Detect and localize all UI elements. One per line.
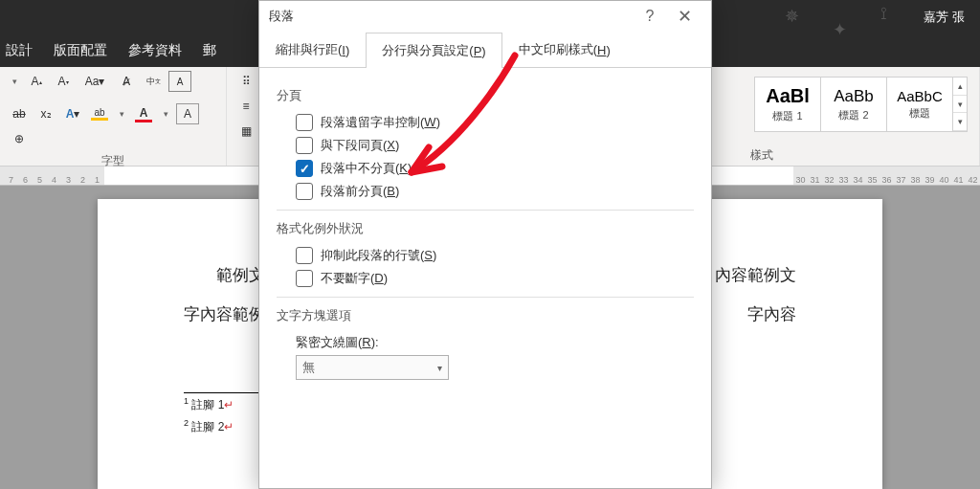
page-break-before-checkbox[interactable] [296,183,313,200]
body-text: 字內容範例 [184,296,265,335]
enclose-button[interactable]: A [168,71,191,92]
suppress-line-numbers-label: 抑制此段落的行號(S) [321,247,436,264]
text-effects-button[interactable]: A▾ [61,103,84,124]
dont-hyphenate-label: 不要斷字(D) [321,270,388,287]
tab-line-page-breaks[interactable]: 分行與分頁設定(P) [366,33,501,68]
highlight-dropdown[interactable]: ▾ [115,103,128,124]
body-text: 字內容 [747,296,796,335]
paragraph-dialog: 段落 ? ✕ 縮排與行距(I) 分行與分頁設定(P) 中文印刷樣式(H) 分頁 … [258,0,712,489]
keep-with-next-checkbox[interactable] [296,137,313,154]
tight-wrap-value: 無 [302,359,315,376]
dont-hyphenate-checkbox[interactable] [296,270,313,287]
help-button[interactable]: ? [633,3,667,30]
styles-scroller[interactable]: ▴ ▾ ▾ [952,77,968,132]
char-shading-button[interactable]: A [176,103,199,124]
suppress-line-numbers-checkbox[interactable] [296,247,313,264]
styles-group-label: 樣式 [743,147,979,164]
widow-orphan-row: 段落遺留字串控制(W) [296,114,694,131]
chevron-down-icon: ▾ [437,363,442,373]
font-color-dropdown[interactable]: ▾ [159,103,172,124]
tab-design[interactable]: 設計 [6,42,33,59]
page-break-before-row: 段落前分頁(B) [296,183,694,200]
tight-wrap-label: 緊密文繞圖(R): [296,334,694,351]
section-formatting-label: 格式化例外狀況 [277,220,694,237]
body-text: 範例文 [184,256,265,296]
dialog-title-text: 段落 [269,8,294,25]
subsuper-button[interactable]: x₂ [34,103,57,124]
tab-indent-spacing[interactable]: 縮排與行距(I) [259,32,366,67]
dialog-tabs: 縮排與行距(I) 分行與分頁設定(P) 中文印刷樣式(H) [259,32,711,68]
tab-references[interactable]: 參考資料 [128,42,182,59]
highlight-button[interactable]: ab [88,103,111,124]
scroll-up-icon[interactable]: ▴ [953,78,967,96]
section-pagination-label: 分頁 [277,87,694,104]
clear-format-button[interactable]: A̷ [115,71,138,92]
body-text: 內容範例文 [715,256,796,296]
tab-layout[interactable]: 版面配置 [54,42,107,59]
paragraph-mark-icon: ↵ [224,398,234,411]
font-dropdown-arrow[interactable]: ▾ [8,71,21,92]
style-tile-heading2[interactable]: AaBb 標題 2 [820,77,887,132]
change-case-button[interactable]: Aa▾ [78,71,111,92]
style-tile-heading1[interactable]: AaBl 標題 1 [754,77,821,132]
phonetic-guide-button[interactable]: 中文 [142,71,165,92]
increase-font-button[interactable]: A▴ [25,71,48,92]
dialog-titlebar: 段落 ? ✕ [259,1,711,32]
font-color-button[interactable]: A [132,103,155,124]
keep-lines-together-row: 段落中不分頁(K) [296,160,694,177]
font-group: ▾ A▴ A▾ Aa▾ A̷ 中文 A ab x₂ A▾ ab ▾ A ▾ A … [0,67,227,166]
styles-more-icon[interactable]: ▾ [953,113,967,131]
widow-orphan-checkbox[interactable] [296,114,313,131]
border-button[interactable]: ▦ [234,121,257,142]
keep-with-next-label: 與下段同頁(X) [321,137,399,154]
styles-group: AaBl 標題 1 AaBb 標題 2 AaBbC 標題 ▴ ▾ ▾ 樣式 [743,67,980,166]
dialog-body: 分頁 段落遺留字串控制(W) 與下段同頁(X) 段落中不分頁(K) 段落前分頁(… [259,68,711,399]
bullets-button[interactable]: ⠿ [234,71,257,92]
keep-lines-together-checkbox[interactable] [296,160,313,177]
style-tile-title[interactable]: AaBbC 標題 [886,77,953,132]
keep-lines-together-label: 段落中不分頁(K) [321,160,412,177]
dont-hyphenate-row: 不要斷字(D) [296,270,694,287]
page-break-before-label: 段落前分頁(B) [321,183,399,200]
keep-with-next-row: 與下段同頁(X) [296,137,694,154]
widow-orphan-label: 段落遺留字串控制(W) [321,114,440,131]
strikethrough-button[interactable]: ab [8,103,31,124]
close-button[interactable]: ✕ [667,3,702,30]
suppress-line-numbers-row: 抑制此段落的行號(S) [296,247,694,264]
scroll-down-icon[interactable]: ▾ [953,96,967,114]
decrease-indent-button[interactable]: ≡ [234,96,257,117]
paragraph-mark-icon: ↵ [224,420,234,433]
section-textbox-label: 文字方塊選項 [277,307,694,324]
decrease-font-button[interactable]: A▾ [52,71,75,92]
char-border-button[interactable]: ⊕ [8,128,31,149]
tight-wrap-select[interactable]: 無 ▾ [296,355,449,380]
username-label: 嘉芳 張 [924,9,965,26]
tab-asian-typography[interactable]: 中文印刷樣式(H) [502,32,627,67]
tab-mailings[interactable]: 郵 [203,42,216,59]
